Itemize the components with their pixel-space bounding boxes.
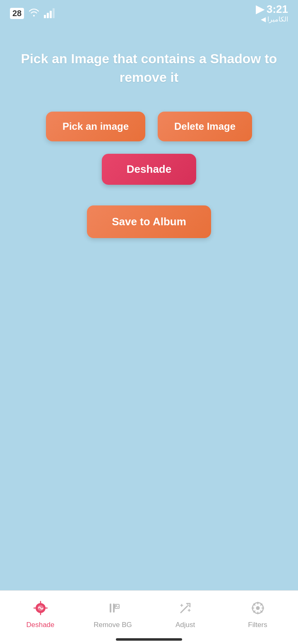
svg-rect-2 (110, 603, 111, 613)
nav-item-remove-bg[interactable]: Remove BG (77, 598, 149, 629)
bottom-navigation: Deshade Remove BG (0, 590, 298, 644)
nav-label-deshade: Deshade (26, 621, 54, 629)
svg-point-15 (256, 606, 260, 610)
deshade-button[interactable]: Deshade (102, 154, 196, 185)
nav-label-filters: Filters (248, 621, 267, 629)
deshade-nav-icon (30, 598, 51, 618)
remove-bg-nav-icon (103, 598, 123, 618)
time-display: ▶ 3:21 (256, 3, 288, 15)
svg-line-6 (181, 606, 187, 613)
status-right: ▶ 3:21 الكاميرا ◀ (256, 3, 288, 23)
pick-image-button[interactable]: Pick an image (46, 112, 145, 141)
camera-label: الكاميرا ◀ (256, 15, 288, 23)
save-to-album-button[interactable]: Save to Album (87, 205, 211, 238)
adjust-nav-icon (175, 598, 196, 618)
nav-item-filters[interactable]: Filters (221, 598, 294, 629)
location-icon: ▶ (256, 3, 264, 15)
nav-label-remove-bg: Remove BG (94, 621, 132, 629)
nav-label-adjust: Adjust (175, 621, 195, 629)
main-content: Pick an Image that contains a Shadow to … (0, 25, 298, 590)
svg-point-5 (115, 605, 117, 606)
wifi-icon (28, 7, 40, 19)
home-indicator (116, 638, 182, 641)
svg-rect-3 (113, 603, 115, 613)
delete-image-button[interactable]: Delete Image (158, 112, 252, 141)
status-bar: 28 ▶ 3:21 الكاميرا ◀ (0, 0, 298, 25)
action-buttons-row: Pick an image Delete Image (46, 112, 252, 141)
signal-icon (44, 8, 55, 18)
nav-item-deshade[interactable]: Deshade (4, 598, 77, 629)
nav-item-adjust[interactable]: Adjust (149, 598, 221, 629)
filters-nav-icon (248, 598, 268, 618)
status-left: 28 (10, 7, 55, 19)
battery-indicator: 28 (10, 8, 24, 19)
hero-title: Pick an Image that contains a Shadow to … (17, 50, 281, 87)
